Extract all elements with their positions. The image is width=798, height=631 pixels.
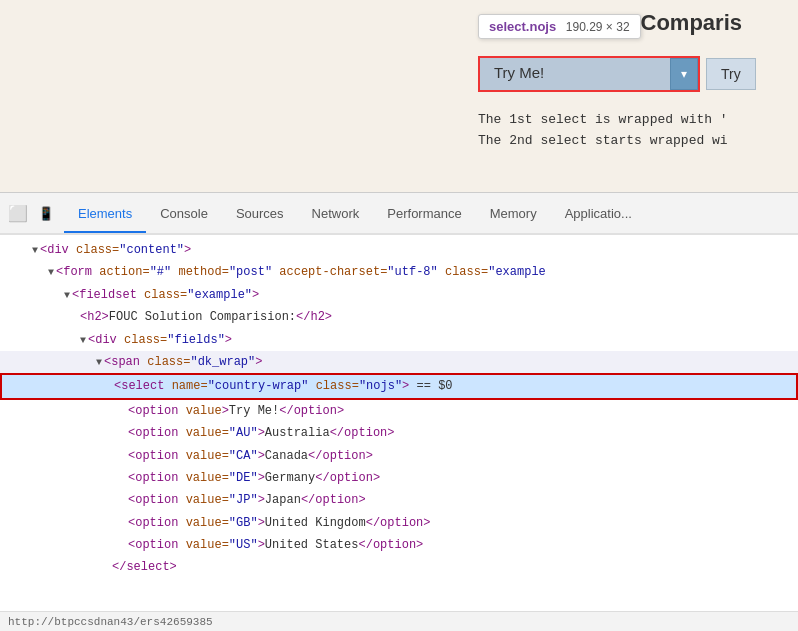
triangle-icon: ▼ (48, 267, 54, 278)
dom-line: </select> (0, 556, 798, 578)
dom-line: <option value="DE">Germany</option> (0, 467, 798, 489)
tab-memory[interactable]: Memory (476, 196, 551, 233)
select-display[interactable]: Try Me! (480, 58, 670, 90)
preview-area: FOUC Solution Comparis select.nojs 190.2… (0, 0, 798, 192)
dom-line: <option value="AU">Australia</option> (0, 422, 798, 444)
dom-line: <option value="CA">Canada</option> (0, 445, 798, 467)
triangle-icon: ▼ (64, 290, 70, 301)
element-tooltip: select.nojs 190.29 × 32 (478, 14, 641, 39)
tab-sources[interactable]: Sources (222, 196, 298, 233)
tooltip-dimensions: 190.29 × 32 (566, 20, 630, 34)
dom-line: <option value="US">United States</option… (0, 534, 798, 556)
tab-network[interactable]: Network (298, 196, 374, 233)
dom-line: ▼<form action="#" method="post" accept-c… (0, 261, 798, 283)
status-url: http://btpccsdnan43/ers42659385 (8, 616, 213, 628)
device-icon[interactable]: 📱 (36, 203, 56, 223)
devtools-toolbar: ⬜ 📱 Elements Console Sources Network Per… (0, 193, 798, 235)
dom-line: <option value="JP">Japan</option> (0, 489, 798, 511)
status-bar: http://btpccsdnan43/ers42659385 (0, 611, 798, 631)
dom-line: ▼<fieldset class="example"> (0, 284, 798, 306)
tab-console[interactable]: Console (146, 196, 222, 233)
inspect-icon[interactable]: ⬜ (8, 203, 28, 223)
triangle-icon: ▼ (80, 335, 86, 346)
tab-application[interactable]: Applicatio... (551, 196, 646, 233)
triangle-icon: ▼ (96, 357, 102, 368)
description-text: The 1st select is wrapped with ' The 2nd… (478, 110, 728, 152)
tooltip-element-name: select.nojs (489, 19, 556, 34)
tab-elements[interactable]: Elements (64, 196, 146, 233)
dom-line: <option value>Try Me!</option> (0, 400, 798, 422)
dom-line: ▼<div class="content"> (0, 239, 798, 261)
select-control-wrapper: Try Me! ▾ Try (478, 56, 756, 92)
select-dropdown-arrow[interactable]: ▾ (670, 58, 698, 90)
dom-tree: ▼<div class="content"> ▼<form action="#"… (0, 235, 798, 611)
devtools-panel: ⬜ 📱 Elements Console Sources Network Per… (0, 192, 798, 631)
try-me-button[interactable]: Try (706, 58, 756, 90)
triangle-icon: ▼ (32, 245, 38, 256)
dom-line: <h2>FOUC Solution Comparision:</h2> (0, 306, 798, 328)
tab-performance[interactable]: Performance (373, 196, 475, 233)
select-highlighted-border: Try Me! ▾ (478, 56, 700, 92)
dom-line: ▼<span class="dk_wrap"> (0, 351, 798, 373)
dom-line: <option value="GB">United Kingdom</optio… (0, 512, 798, 534)
selected-dom-line[interactable]: <select name="country-wrap" class="nojs"… (0, 373, 798, 399)
dom-line: ▼<div class="fields"> (0, 329, 798, 351)
